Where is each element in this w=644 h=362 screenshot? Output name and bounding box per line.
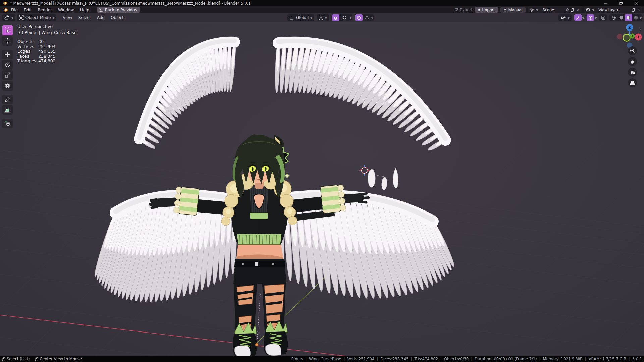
import-button[interactable]: » Import	[475, 7, 498, 13]
measure-icon	[5, 107, 10, 113]
editor-type-button[interactable]: ▼	[2, 14, 15, 21]
tool-add-cube[interactable]	[2, 119, 13, 128]
view-layer-icon	[586, 8, 591, 12]
pin-icon[interactable]	[565, 8, 569, 12]
menu-help[interactable]: Help	[77, 7, 92, 13]
snap-elements-icon	[342, 16, 346, 20]
tool-select-box[interactable]	[2, 25, 13, 35]
back-to-previous-button[interactable]: Back to Previous	[97, 7, 140, 13]
viewport-overlay-text: User Perspective (6) Points | Wing_Curve…	[17, 24, 76, 64]
tool-annotate[interactable]	[2, 95, 13, 104]
copy-icon[interactable]	[571, 8, 575, 12]
magnet-icon	[333, 16, 338, 20]
falloff-selector[interactable]	[363, 14, 371, 21]
svg-text:Z: Z	[628, 26, 631, 29]
show-gizmo-toggle[interactable]	[574, 14, 582, 21]
menu-render[interactable]: Render	[35, 7, 55, 13]
view-layer-selector[interactable]: ▼ ViewLayer ✕	[584, 7, 642, 13]
menu-add[interactable]: Add	[94, 15, 108, 21]
title-bar: * MeowMerzzz_Model [F:\Cosas mias\_PROYE…	[0, 0, 644, 6]
blender-logo-icon[interactable]	[2, 8, 8, 12]
menu-select[interactable]: Select	[75, 15, 94, 21]
chevron-down-icon[interactable]: ▼	[582, 16, 584, 19]
solid-shading-button[interactable]	[618, 14, 625, 21]
proportional-icon	[357, 16, 361, 20]
tool-transform[interactable]	[2, 81, 13, 90]
shading-mode-group: ▼	[609, 14, 642, 21]
material-preview-shading-button[interactable]	[625, 14, 632, 21]
menu-window[interactable]: Window	[55, 7, 77, 13]
tool-measure[interactable]	[2, 105, 13, 115]
chevron-down-icon[interactable]: ▼	[371, 16, 373, 19]
3d-viewport-canvas[interactable]	[0, 13, 644, 356]
tool-scale[interactable]	[2, 70, 13, 80]
rotate-icon	[5, 62, 10, 68]
import-chevrons-icon: »	[478, 8, 480, 12]
minimize-button[interactable]	[598, 0, 613, 6]
chevron-down-icon[interactable]: ▼	[640, 16, 642, 19]
menu-edit[interactable]: Edit	[21, 7, 35, 13]
rendered-shading-button[interactable]	[632, 14, 640, 21]
scene-statistics: Objects30 Vertices251,904 Edges490,155 F…	[17, 39, 76, 64]
window-title: * MeowMerzzz_Model [F:\Cosas mias\_PROYE…	[10, 1, 251, 6]
status-center-view-hint: Center View to Mouse	[35, 357, 82, 361]
svg-text:X: X	[637, 35, 640, 39]
selectability-icon	[560, 16, 566, 20]
snap-elements-button[interactable]	[340, 14, 349, 21]
chevron-down-icon: ▼	[325, 16, 327, 19]
status-select-hint: Select (List)	[2, 357, 30, 361]
transform-orientation-selector[interactable]: Global ▼	[287, 14, 314, 21]
minimize-icon	[604, 1, 607, 5]
manual-button[interactable]: Manual	[500, 7, 526, 13]
chevron-down-icon[interactable]: ▼	[350, 16, 352, 19]
selectability-visibility-button[interactable]: ▼	[558, 14, 572, 21]
scale-icon	[5, 72, 10, 78]
overlays-icon	[588, 16, 593, 20]
chevron-down-icon[interactable]: ▼	[595, 16, 597, 19]
camera-view-button[interactable]	[628, 68, 637, 77]
scene-selector[interactable]: ▼ Scene ✕	[528, 7, 582, 13]
mode-selector[interactable]: Object Mode ▼	[17, 14, 56, 21]
chevron-down-icon: ▼	[592, 9, 594, 12]
wireframe-shading-button[interactable]	[610, 14, 618, 21]
close-icon	[635, 1, 638, 5]
blender-window: * MeowMerzzz_Model [F:\Cosas mias\_PROYE…	[0, 0, 644, 362]
mouse-left-button-icon	[2, 357, 5, 361]
snap-toggle[interactable]	[332, 14, 339, 21]
show-overlays-toggle[interactable]	[587, 14, 594, 21]
menu-file[interactable]: File	[8, 7, 21, 13]
chevron-down-icon: ▼	[536, 9, 538, 12]
blender-logo-icon	[2, 1, 7, 5]
zoom-icon	[630, 48, 635, 53]
close-button[interactable]	[629, 0, 644, 6]
restore-button[interactable]	[613, 0, 629, 6]
xray-toggle[interactable]	[599, 14, 607, 21]
export-button[interactable]: Z Export	[455, 8, 473, 12]
menu-object[interactable]: Object	[108, 15, 127, 21]
chevron-down-icon: ▼	[568, 16, 570, 19]
annotate-icon	[5, 97, 10, 102]
gizmo-axis-neg-x[interactable]	[617, 34, 623, 40]
tool-rotate[interactable]	[2, 60, 13, 70]
menu-view[interactable]: View	[60, 15, 75, 21]
pan-button[interactable]	[628, 57, 637, 66]
tool-move[interactable]	[2, 50, 13, 59]
proportional-editing-toggle[interactable]	[355, 14, 363, 21]
orientation-icon	[289, 16, 294, 20]
close-x-icon[interactable]: ✕	[576, 8, 579, 12]
scene-icon	[530, 8, 535, 12]
snap-target-selector[interactable]: ▼	[317, 14, 329, 21]
gizmo-axis-neg-y[interactable]	[623, 34, 630, 41]
status-scene-stats: Points Wing_CurveBase Verts:251,904 Face…	[291, 357, 644, 361]
wireframe-shading-icon	[611, 15, 616, 20]
rendered-shading-icon	[634, 15, 638, 20]
3d-scene	[0, 13, 644, 356]
tool-cursor[interactable]	[2, 36, 13, 46]
ortho-perspective-button[interactable]	[628, 78, 637, 87]
zoom-button[interactable]	[628, 46, 637, 55]
active-object-context: (6) Points | Wing_CurveBase	[17, 30, 76, 35]
cursor-icon	[5, 38, 10, 44]
copy-icon[interactable]	[632, 8, 636, 12]
editor-type-icon	[4, 15, 10, 20]
manual-download-icon	[503, 8, 507, 12]
